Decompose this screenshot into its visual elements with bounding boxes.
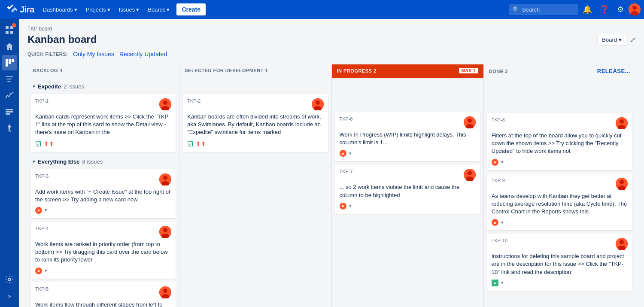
card-tkp-2[interactable]: TKP-2 Kanban boards are often divided in… xyxy=(183,94,328,152)
svg-point-30 xyxy=(316,100,320,105)
card-dropdown[interactable]: ▾ xyxy=(45,207,47,213)
card-priority-icon: ⬆⬆ xyxy=(196,140,206,147)
card-dropdown[interactable]: ▾ xyxy=(501,220,504,225)
card-body: ... so 2 work items violate the limit an… xyxy=(340,183,476,199)
card-body: Work In Progress (WIP) limits highlight … xyxy=(340,131,476,146)
svg-rect-10 xyxy=(6,76,13,77)
svg-point-39 xyxy=(620,119,624,124)
card-dropdown[interactable]: ▾ xyxy=(349,203,352,209)
column-body-backlog[interactable]: ▾ Expedite 2 issues TKP-1 Kanban cards r… xyxy=(27,77,179,307)
max-badge: MAX 1 xyxy=(459,68,478,73)
board-view-button[interactable]: Board ▾ xyxy=(597,34,626,46)
card-tkp-7[interactable]: TKP-7 ... so 2 work items violate the li… xyxy=(335,164,480,213)
column-body-done[interactable]: ▾Expedite2 issues ▾Everything Else8 issu… xyxy=(484,79,635,307)
svg-point-45 xyxy=(620,240,624,244)
sidebar-home-icon[interactable] xyxy=(2,39,17,54)
sidebar-expand-icon[interactable]: » xyxy=(2,288,17,304)
filter-only-my-issues[interactable]: Only My Issues xyxy=(73,51,114,58)
card-tkp-5[interactable]: TKP-5 Work items flow through different … xyxy=(31,282,176,307)
card-avatar xyxy=(159,226,171,238)
bug-icon: ● xyxy=(492,219,498,226)
swimlane-expedite-chevron: ▾ xyxy=(33,84,35,89)
column-header-inprogress: IN PROGRESS 2 MAX 1 xyxy=(332,64,483,78)
card-tkp-9[interactable]: TKP-9 As teams develop with Kanban they … xyxy=(487,173,632,231)
svg-rect-12 xyxy=(7,81,11,82)
svg-point-16 xyxy=(8,278,11,281)
column-body-selected[interactable]: ▾Expedite2 issues TKP-2 Kanban boards ar… xyxy=(179,77,331,307)
card-body: Work items flow through different stages… xyxy=(35,301,171,307)
card-avatar xyxy=(616,117,628,129)
sidebar-apps-icon[interactable] xyxy=(2,22,17,38)
board-title: Kanban board xyxy=(27,33,97,46)
swimlane-expedite-header[interactable]: ▾ Expedite 2 issues xyxy=(31,81,176,92)
card-tkp-3[interactable]: TKP-3 Add work items with "+ Create Issu… xyxy=(31,169,176,218)
card-avatar xyxy=(464,116,476,128)
swimlane-everything-label: Everything Else xyxy=(38,158,80,165)
bug-icon: ● xyxy=(340,150,346,157)
svg-point-33 xyxy=(468,119,472,123)
help-button[interactable]: ❓ xyxy=(597,3,612,16)
settings-button[interactable]: ⚙ xyxy=(614,3,627,16)
card-dropdown[interactable]: ▾ xyxy=(501,159,504,165)
card-tkp-6[interactable]: TKP-6 Work In Progress (WIP) limits high… xyxy=(335,112,480,161)
card-priority-icon: ⬆⬆ xyxy=(44,140,54,147)
svg-rect-7 xyxy=(6,59,8,67)
projects-menu[interactable]: Projects ▾ xyxy=(82,5,114,15)
column-done: DONE 3 Release... ▾Expedite2 issues ▾Eve… xyxy=(484,64,635,307)
card-body: Kanban boards are often divided into str… xyxy=(187,113,323,137)
svg-point-18 xyxy=(163,100,167,105)
card-id: TKP-9 xyxy=(492,178,505,183)
topnav: Jira Dashboards ▾ Projects ▾ Issues ▾ Bo… xyxy=(0,0,644,19)
card-avatar xyxy=(159,98,171,110)
left-sidebar: » xyxy=(0,19,19,307)
sidebar-bottom: » xyxy=(2,272,17,304)
svg-point-42 xyxy=(620,180,624,184)
card-checkbox-icon: ☑ xyxy=(187,140,193,148)
card-dropdown[interactable]: ▾ xyxy=(349,151,352,156)
filter-recently-updated[interactable]: Recently Updated xyxy=(119,51,167,58)
release-link[interactable]: Release... xyxy=(597,68,630,74)
quick-filters-label: QUICK FILTERS: xyxy=(27,52,68,57)
column-inprogress: IN PROGRESS 2 MAX 1 ▾Expedite2 issues ▾E… xyxy=(332,64,484,307)
sidebar-settings-icon[interactable] xyxy=(2,272,17,287)
card-tkp-1[interactable]: TKP-1 Kanban cards represent work items … xyxy=(31,94,176,152)
jira-logo[interactable]: Jira xyxy=(3,4,38,15)
boards-menu[interactable]: Boards ▾ xyxy=(144,5,173,15)
bug-icon: ● xyxy=(492,159,498,166)
fullscreen-icon[interactable]: ⤢ xyxy=(630,36,635,44)
user-avatar[interactable] xyxy=(629,3,641,15)
card-tkp-8[interactable]: TKP-8 Filters at the top of the board al… xyxy=(487,113,632,170)
quick-filters: QUICK FILTERS: Only My Issues Recently U… xyxy=(27,51,635,58)
search-wrapper: 🔍 xyxy=(509,4,578,15)
sidebar-backlog-icon[interactable] xyxy=(2,104,17,119)
card-id: TKP-3 xyxy=(35,173,49,179)
sidebar-roadmap-icon[interactable] xyxy=(2,71,17,87)
board-title-actions: Board ▾ ⤢ xyxy=(597,34,635,46)
notifications-button[interactable]: 🔔 xyxy=(580,3,595,16)
card-tkp-10[interactable]: TKP-10 Instructions for deleting this sa… xyxy=(487,234,632,291)
sidebar-reports-icon[interactable] xyxy=(2,88,17,103)
card-avatar xyxy=(616,238,628,250)
sidebar-board-icon[interactable] xyxy=(2,55,17,70)
column-body-inprogress[interactable]: ▾Expedite2 issues ▾Everything Else8 issu… xyxy=(332,78,483,307)
create-button[interactable]: Create xyxy=(176,3,206,15)
board-project-name: TKP board xyxy=(27,26,635,32)
svg-rect-8 xyxy=(9,59,11,64)
dashboards-menu[interactable]: Dashboards ▾ xyxy=(39,5,81,15)
card-checkbox-icon: ☑ xyxy=(35,140,41,148)
card-avatar xyxy=(159,173,171,185)
bug-icon: ● xyxy=(340,203,346,210)
card-dropdown[interactable]: ▾ xyxy=(45,268,47,274)
story-icon: ▲ xyxy=(492,280,498,286)
card-tkp-4[interactable]: TKP-4 Work items are ranked in priority … xyxy=(31,222,176,279)
issues-menu[interactable]: Issues ▾ xyxy=(115,5,143,15)
sidebar-puzzle-icon[interactable] xyxy=(2,120,17,136)
card-avatar xyxy=(616,178,628,190)
main-content: TKP board Kanban board Board ▾ ⤢ QUICK F… xyxy=(19,19,644,307)
swimlane-everything-header[interactable]: ▾ Everything Else 8 issues xyxy=(31,156,176,167)
card-id: TKP-5 xyxy=(35,286,49,292)
card-dropdown[interactable]: ▾ xyxy=(501,280,504,286)
card-id: TKP-8 xyxy=(492,117,505,122)
swimlane-expedite-label: Expedite xyxy=(38,83,61,90)
column-backlog: BACKLOG 4 ▾ Expedite 2 issues TKP-1 xyxy=(27,64,179,307)
